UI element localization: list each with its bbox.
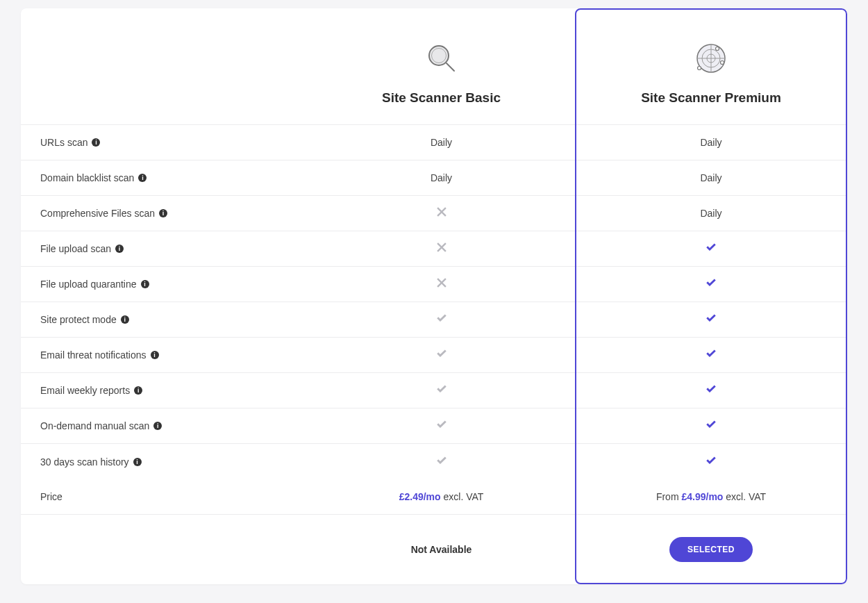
basic-price-suffix: excl. VAT <box>441 491 484 502</box>
feature-row: Email weekly reports i <box>21 373 847 408</box>
feature-label-cell: Domain blacklist scan i <box>21 160 308 195</box>
svg-line-2 <box>446 63 454 71</box>
feature-label-cell: URLs scan i <box>21 125 308 160</box>
basic-value-cell <box>308 373 575 408</box>
price-row-label: Price <box>40 491 62 502</box>
premium-value-cell: Daily <box>575 196 847 231</box>
basic-price-cell: £2.49/mo excl. VAT <box>308 479 575 514</box>
info-icon[interactable]: i <box>133 458 142 466</box>
svg-point-0 <box>429 46 449 65</box>
price-row: Price £2.49/mo excl. VAT From £4.99/mo e… <box>21 479 847 515</box>
check-icon <box>705 418 717 433</box>
info-icon[interactable]: i <box>159 209 167 217</box>
feature-value-text: Daily <box>700 172 721 183</box>
basic-value-cell <box>308 444 575 479</box>
basic-value-cell <box>308 408 575 443</box>
feature-row: On-demand manual scan i <box>21 408 847 444</box>
basic-value-cell: Daily <box>308 160 575 195</box>
check-icon <box>705 312 717 327</box>
feature-row: URLs scan i Daily Daily <box>21 125 847 160</box>
basic-plan-header: Site Scanner Basic <box>308 8 575 124</box>
check-icon <box>705 347 717 363</box>
feature-value-text: Daily <box>700 137 721 148</box>
basic-action-cell: Not Available <box>308 515 575 584</box>
price-label-cell: Price <box>21 479 308 514</box>
feature-row: 30 days scan history i <box>21 444 847 479</box>
info-icon[interactable]: i <box>141 280 149 288</box>
feature-value-text: Daily <box>700 208 721 219</box>
premium-value-cell <box>575 338 847 372</box>
feature-label: Domain blacklist scan <box>40 172 134 183</box>
basic-value-cell <box>308 302 575 337</box>
feature-row: Email threat notifications i <box>21 338 847 373</box>
check-icon <box>705 241 717 256</box>
feature-row: File upload quarantine i <box>21 267 847 302</box>
not-available-label: Not Available <box>411 544 472 555</box>
premium-value-cell <box>575 231 847 266</box>
feature-label: 30 days scan history <box>40 456 129 468</box>
svg-point-9 <box>721 60 724 64</box>
feature-label: File upload quarantine <box>40 279 137 290</box>
feature-label: On-demand manual scan <box>40 420 149 431</box>
feature-row: Domain blacklist scan i Daily Daily <box>21 160 847 196</box>
feature-value-text: Daily <box>431 172 452 183</box>
check-icon <box>435 312 448 327</box>
info-icon[interactable]: i <box>153 422 162 430</box>
check-icon <box>705 276 717 292</box>
info-icon[interactable]: i <box>134 386 142 395</box>
info-icon[interactable]: i <box>138 174 147 182</box>
basic-value-cell <box>308 338 575 372</box>
premium-price-suffix: excl. VAT <box>723 491 766 502</box>
header-empty-cell <box>21 8 308 124</box>
feature-label-cell: File upload quarantine i <box>21 267 308 302</box>
premium-value-cell: Daily <box>575 160 847 195</box>
x-icon <box>435 206 448 221</box>
check-icon <box>435 347 448 363</box>
header-row: Site Scanner Basic Site Scanner Premium <box>21 8 847 125</box>
info-icon[interactable]: i <box>92 138 100 147</box>
feature-label-cell: Email weekly reports i <box>21 373 308 408</box>
feature-row: Comprehensive Files scan i Daily <box>21 196 847 231</box>
feature-label-cell: Site protect mode i <box>21 302 308 337</box>
svg-point-8 <box>698 66 701 69</box>
feature-label: File upload scan <box>40 243 111 254</box>
premium-value-cell <box>575 267 847 302</box>
check-icon <box>435 454 448 470</box>
check-icon <box>435 418 448 433</box>
premium-price-prefix: From <box>656 491 682 502</box>
info-icon[interactable]: i <box>151 351 159 359</box>
premium-value-cell: Daily <box>575 125 847 160</box>
action-row: Not Available SELECTED <box>21 515 847 584</box>
feature-label: Site protect mode <box>40 314 117 325</box>
feature-value-text: Daily <box>431 137 452 148</box>
feature-label-cell: Comprehensive Files scan i <box>21 196 308 231</box>
basic-value-cell <box>308 231 575 266</box>
feature-label-cell: On-demand manual scan i <box>21 408 308 443</box>
basic-plan-title: Site Scanner Basic <box>382 90 501 106</box>
premium-price-value: £4.99/mo <box>681 491 723 502</box>
premium-value-cell <box>575 408 847 443</box>
basic-value-cell: Daily <box>308 125 575 160</box>
feature-label-cell: 30 days scan history i <box>21 444 308 479</box>
premium-price-cell: From £4.99/mo excl. VAT <box>575 479 847 514</box>
pricing-comparison-table: Site Scanner Basic Site Scanner Premium <box>21 8 847 584</box>
feature-label: Email weekly reports <box>40 385 130 396</box>
basic-value-cell <box>308 196 575 231</box>
magnifier-icon <box>425 42 458 75</box>
info-icon[interactable]: i <box>115 245 124 253</box>
feature-label: URLs scan <box>40 137 87 148</box>
feature-label-cell: File upload scan i <box>21 231 308 266</box>
premium-plan-header: Site Scanner Premium <box>575 8 847 124</box>
feature-row: Site protect mode i <box>21 302 847 338</box>
premium-value-cell <box>575 444 847 479</box>
check-icon <box>705 454 717 470</box>
feature-row: File upload scan i <box>21 231 847 267</box>
premium-value-cell <box>575 373 847 408</box>
selected-button[interactable]: SELECTED <box>669 537 753 562</box>
basic-price-value: £2.49/mo <box>399 491 441 502</box>
premium-plan-title: Site Scanner Premium <box>641 90 781 106</box>
info-icon[interactable]: i <box>121 315 129 324</box>
radar-icon <box>694 42 728 75</box>
action-empty-cell <box>21 515 308 584</box>
check-icon <box>705 383 717 398</box>
